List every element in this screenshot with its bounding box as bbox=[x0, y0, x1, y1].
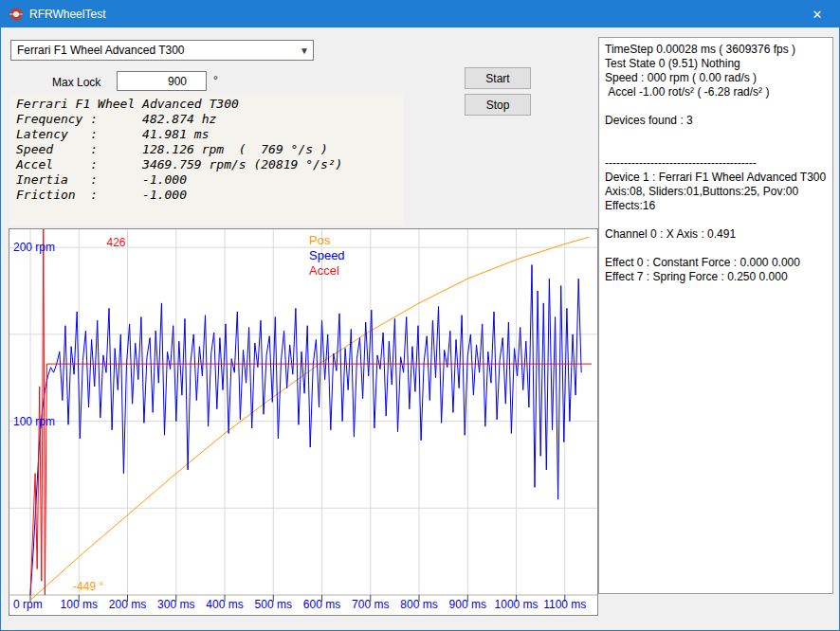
max-lock-input[interactable] bbox=[117, 71, 207, 91]
x-axis-label: 400 ms bbox=[206, 598, 243, 611]
x-axis-label: 300 ms bbox=[157, 598, 194, 611]
info-line: Latency : 41.981 ms bbox=[16, 127, 397, 142]
status-line bbox=[605, 99, 827, 114]
series-accel bbox=[30, 229, 592, 595]
status-line: Effect 0 : Constant Force : 0.000 0.000 bbox=[605, 256, 827, 270]
status-line: Channel 0 : X Axis : 0.491 bbox=[605, 227, 827, 242]
x-axis-label: 0 rpm bbox=[13, 598, 43, 611]
status-line: Effects:16 bbox=[605, 199, 827, 213]
info-line: Friction : -1.000 bbox=[16, 188, 397, 203]
info-line: Inertia : -1.000 bbox=[16, 172, 397, 188]
status-line bbox=[605, 128, 827, 142]
info-line: Speed : 128.126 rpm ( 769 °/s ) bbox=[16, 142, 397, 157]
close-button[interactable]: ✕ bbox=[795, 1, 839, 27]
x-axis-label: 600 ms bbox=[303, 598, 340, 611]
status-line: Devices found : 3 bbox=[605, 114, 827, 128]
status-line bbox=[605, 242, 827, 256]
chart-annotation: 426 bbox=[106, 236, 125, 249]
max-lock-label: Max Lock bbox=[52, 76, 100, 89]
status-line bbox=[605, 142, 827, 156]
info-block: Ferrari F1 Wheel Advanced T300Frequency … bbox=[10, 94, 403, 225]
x-axis-label: 700 ms bbox=[352, 598, 389, 611]
device-select[interactable]: Ferrari F1 Wheel Advanced T300 ▼ bbox=[10, 40, 314, 61]
status-line: TimeStep 0.00028 ms ( 3609376 fps ) bbox=[605, 43, 827, 57]
status-line: Effect 7 : Spring Force : 0.250 0.000 bbox=[605, 270, 827, 284]
device-select-value: Ferrari F1 Wheel Advanced T300 bbox=[17, 44, 185, 57]
x-axis-label: 1100 ms bbox=[543, 598, 586, 611]
status-line bbox=[605, 213, 827, 227]
chart-svg: 200 rpm100 rpm0 rpm100 ms200 ms300 ms400… bbox=[9, 229, 597, 615]
series-speed bbox=[30, 265, 581, 596]
status-line: Accel -1.00 rot/s² ( -6.28 rad/s² ) bbox=[605, 85, 827, 99]
close-icon: ✕ bbox=[813, 8, 823, 22]
chart-area: 200 rpm100 rpm0 rpm100 ms200 ms300 ms400… bbox=[9, 228, 598, 616]
x-axis-label: 200 ms bbox=[109, 598, 146, 611]
legend-pos: Pos bbox=[309, 233, 331, 247]
start-button[interactable]: Start bbox=[465, 67, 531, 89]
y-axis-label: 100 rpm bbox=[13, 415, 55, 428]
status-line: ---------------------------------------- bbox=[605, 156, 827, 171]
app-icon bbox=[9, 7, 24, 22]
y-axis-label: 200 rpm bbox=[13, 241, 55, 254]
status-panel: TimeStep 0.00028 ms ( 3609376 fps )Test … bbox=[598, 37, 833, 594]
app-window: RFRWheelTest ✕ Ferrari F1 Wheel Advanced… bbox=[0, 0, 840, 631]
status-line: Axis:08, Sliders:01,Buttons:25, Pov:00 bbox=[605, 185, 827, 199]
title-bar: RFRWheelTest ✕ bbox=[1, 1, 839, 27]
status-line: Device 1 : Ferrari F1 Wheel Advanced T30… bbox=[605, 171, 827, 185]
status-line: Speed : 000 rpm ( 0.00 rad/s ) bbox=[605, 71, 827, 85]
stop-button[interactable]: Stop bbox=[465, 94, 531, 116]
x-axis-label: 1000 ms bbox=[495, 598, 539, 611]
chart-annotation: -449 ° bbox=[73, 580, 103, 593]
window-title: RFRWheelTest bbox=[29, 8, 105, 21]
degree-symbol: ° bbox=[213, 74, 218, 87]
legend-speed: Speed bbox=[309, 248, 345, 262]
info-line: Ferrari F1 Wheel Advanced T300 bbox=[16, 97, 397, 112]
x-axis-label: 900 ms bbox=[449, 598, 486, 611]
info-line: Accel : 3469.759 rpm/s (20819 °/s²) bbox=[16, 157, 397, 172]
status-line: Test State 0 (9.51) Nothing bbox=[605, 57, 827, 71]
x-axis-label: 800 ms bbox=[400, 598, 437, 611]
x-axis-label: 100 ms bbox=[61, 598, 98, 611]
legend-accel: Accel bbox=[309, 263, 339, 278]
info-line: Frequency : 482.874 hz bbox=[16, 112, 397, 127]
x-axis-label: 500 ms bbox=[255, 598, 292, 611]
chevron-down-icon: ▼ bbox=[296, 45, 313, 56]
